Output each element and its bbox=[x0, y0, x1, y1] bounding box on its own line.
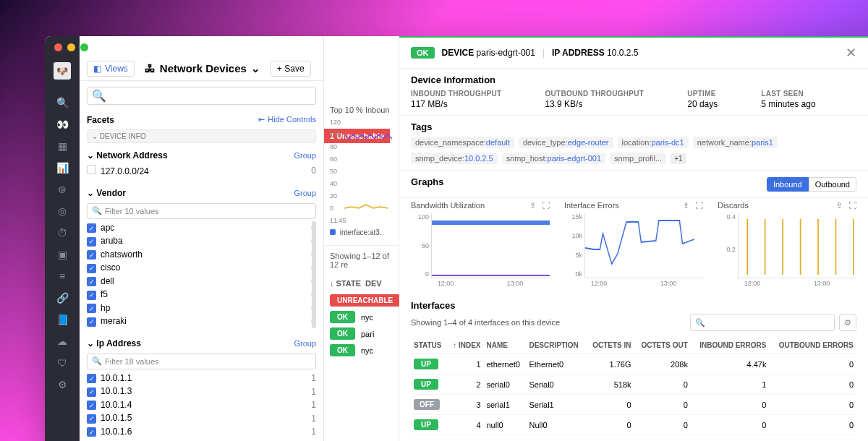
interfaces-showing-text: Showing 1–4 of 4 interfaces on this devi… bbox=[411, 318, 560, 327]
facet-item[interactable]: ✓dell0 bbox=[87, 275, 316, 288]
facet-item[interactable]: ✓10.0.1.51 bbox=[87, 411, 316, 425]
checkbox-icon[interactable]: ✓ bbox=[87, 237, 96, 247]
facet-item[interactable]: ✓hp0 bbox=[87, 301, 316, 315]
graphs-section: Graphs Inbound Outbound bbox=[399, 171, 868, 198]
save-button[interactable]: + Save bbox=[271, 61, 311, 77]
facet-item[interactable]: ✓aruba0 bbox=[87, 234, 316, 248]
checkbox-icon[interactable]: ✓ bbox=[87, 223, 96, 233]
facet-item[interactable]: ✓10.0.1.41 bbox=[87, 398, 316, 412]
group-link[interactable]: Group bbox=[294, 189, 316, 197]
dashboard-icon[interactable]: ▦ bbox=[56, 140, 68, 152]
minimize-window-icon[interactable] bbox=[67, 43, 75, 51]
search-icon: 🔍 bbox=[92, 89, 106, 103]
ip-filter-input[interactable]: 🔍 Filter 18 values bbox=[87, 354, 316, 369]
group-link[interactable]: Group bbox=[294, 151, 316, 160]
checkbox-icon[interactable] bbox=[87, 165, 96, 174]
shield-icon[interactable]: 🛡 bbox=[56, 357, 68, 369]
tag[interactable]: device_namespace:default bbox=[411, 137, 514, 148]
tag[interactable]: snmp_host:paris-edgrt-001 bbox=[502, 153, 605, 164]
errors-chart-svg bbox=[585, 213, 703, 278]
close-button[interactable]: ✕ bbox=[846, 45, 856, 61]
tag[interactable]: device_type:edge-router bbox=[519, 137, 613, 148]
vendor-filter-input[interactable]: 🔍 Filter 10 values bbox=[87, 203, 316, 219]
binoculars-icon[interactable]: 👀 bbox=[56, 119, 68, 130]
checkbox-icon[interactable]: ✓ bbox=[87, 388, 96, 397]
facet-item[interactable]: ✓10.0.1.31 bbox=[87, 385, 316, 398]
facet-item[interactable]: ✓10.0.1.11 bbox=[87, 372, 316, 385]
gear-icon: ⚙ bbox=[844, 318, 851, 327]
state-pill[interactable]: OK bbox=[330, 327, 355, 340]
checkbox-icon[interactable]: ✓ bbox=[87, 317, 96, 327]
facet-item[interactable]: ✓f50 bbox=[87, 288, 316, 301]
facets: Facets ⇤ Hide Controls ⌄ DEVICE INFO ⌄ N… bbox=[80, 111, 323, 441]
hide-controls-button[interactable]: ⇤ Hide Controls bbox=[258, 115, 316, 124]
state-pill[interactable]: UNREACHABLE bbox=[330, 294, 400, 307]
checkbox-icon[interactable]: ✓ bbox=[87, 401, 96, 410]
interfaces-search-input[interactable]: 🔍 bbox=[690, 314, 835, 331]
search-icon[interactable]: 🔍 bbox=[56, 97, 68, 108]
tag[interactable]: snmp_device:10.0.2.5 bbox=[411, 153, 498, 164]
checkbox-icon[interactable]: ✓ bbox=[87, 277, 96, 286]
search-input[interactable]: 🔍 bbox=[87, 87, 316, 105]
facet-item[interactable]: ✓chatsworth0 bbox=[87, 248, 316, 262]
fullscreen-icon[interactable]: ⛶ bbox=[542, 201, 550, 210]
status-badge: UP bbox=[414, 359, 438, 369]
close-window-icon[interactable] bbox=[54, 43, 62, 51]
interfaces-settings-button[interactable]: ⚙ bbox=[839, 314, 856, 331]
checkbox-icon[interactable]: ✓ bbox=[87, 304, 96, 313]
table-row[interactable]: UP 4null0Null0 0000 bbox=[411, 415, 856, 435]
app-logo-icon[interactable]: 🐶 bbox=[54, 62, 71, 80]
facet-item[interactable]: ✓10.0.1.71 bbox=[87, 438, 316, 441]
cloud-icon[interactable]: ☁ bbox=[56, 335, 68, 347]
gauge-icon[interactable]: ⏱ bbox=[56, 227, 68, 239]
network-icon[interactable]: ⊚ bbox=[56, 184, 68, 195]
page-title[interactable]: 🖧 Network Devices ⌄ bbox=[140, 62, 265, 75]
device-information-section: Device Information INBOUND THROUGHPUT117… bbox=[399, 69, 868, 116]
blocks-icon[interactable]: ▣ bbox=[56, 249, 68, 260]
link-icon[interactable]: 🔗 bbox=[56, 292, 68, 304]
tag[interactable]: snmp_profil... bbox=[610, 153, 666, 164]
tag[interactable]: location:paris-dc1 bbox=[618, 137, 689, 148]
graph-tabs: Inbound Outbound bbox=[767, 177, 856, 192]
fullscreen-icon[interactable]: ⛶ bbox=[695, 201, 703, 210]
views-button[interactable]: ◧ Views bbox=[87, 61, 135, 77]
mid-chart-title: Top 10 % Inboun bbox=[324, 82, 399, 119]
facet-item[interactable]: ✓cisco0 bbox=[87, 261, 316, 275]
bandwidth-chart-svg bbox=[432, 213, 550, 278]
table-row[interactable]: OFF 3serial1Serial1 0000 bbox=[411, 395, 856, 415]
checkbox-icon[interactable]: ✓ bbox=[87, 250, 96, 260]
more-tags-badge[interactable]: +1 bbox=[671, 153, 686, 164]
tab-inbound[interactable]: Inbound bbox=[767, 177, 809, 192]
state-pill[interactable]: OK bbox=[330, 311, 355, 323]
maximize-window-icon[interactable] bbox=[80, 43, 88, 51]
export-icon[interactable]: ⇪ bbox=[836, 201, 843, 210]
checkbox-icon[interactable]: ✓ bbox=[87, 264, 96, 273]
checkbox-icon[interactable]: ✓ bbox=[87, 427, 96, 437]
table-row[interactable]: UP 1ethernet0Ethernet0 1.76G208k4.47k0 bbox=[411, 354, 856, 374]
checkbox-icon[interactable]: ✓ bbox=[87, 291, 96, 300]
checkbox-icon[interactable]: ✓ bbox=[87, 374, 96, 383]
book-icon[interactable]: 📘 bbox=[56, 314, 68, 325]
section-title: Tags bbox=[411, 121, 856, 132]
settings-icon[interactable]: ⚙ bbox=[56, 379, 68, 390]
views-label: Views bbox=[105, 64, 128, 74]
export-icon[interactable]: ⇪ bbox=[683, 201, 689, 210]
facet-group-device-info[interactable]: ⌄ DEVICE INFO bbox=[87, 129, 316, 143]
export-icon[interactable]: ⇪ bbox=[529, 201, 536, 210]
facet-item[interactable]: ✓10.0.1.61 bbox=[87, 425, 316, 439]
facet-item[interactable]: ✓apc0 bbox=[87, 221, 316, 235]
fullscreen-icon[interactable]: ⛶ bbox=[848, 201, 856, 210]
status-badge: OK bbox=[411, 47, 435, 59]
tab-outbound[interactable]: Outbound bbox=[809, 177, 856, 192]
facet-item[interactable]: ✓meraki0 bbox=[87, 314, 316, 328]
infrastructure-icon[interactable]: 📊 bbox=[56, 162, 68, 174]
scrollbar[interactable] bbox=[312, 221, 316, 328]
facet-item[interactable]: 127.0.0.0/240 bbox=[87, 163, 316, 178]
tag[interactable]: network_name:paris1 bbox=[693, 137, 778, 148]
list-icon[interactable]: ≡ bbox=[56, 270, 68, 282]
table-row[interactable]: UP 2serial0Serial0 518k010 bbox=[411, 374, 856, 395]
checkbox-icon[interactable]: ✓ bbox=[87, 414, 96, 424]
target-icon[interactable]: ◎ bbox=[56, 205, 68, 217]
group-link[interactable]: Group bbox=[294, 339, 316, 348]
state-pill[interactable]: OK bbox=[330, 344, 355, 356]
